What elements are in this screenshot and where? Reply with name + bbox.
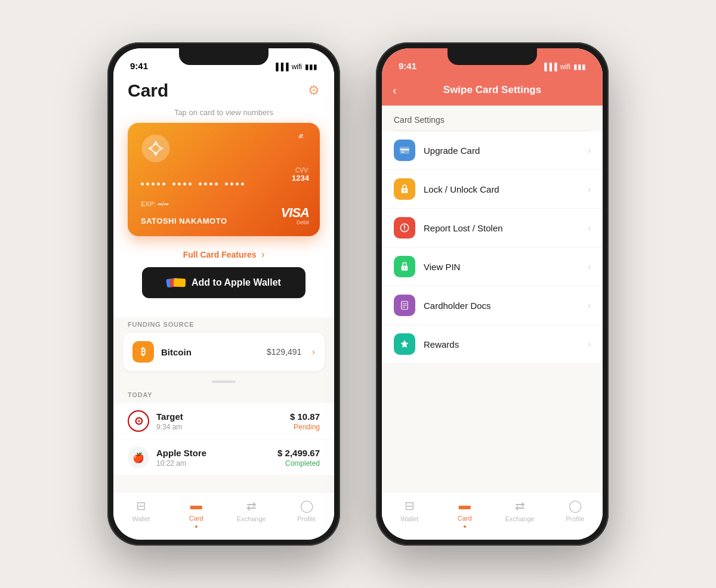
card-cvv: CVV: 1234: [292, 167, 309, 182]
nav-item-card-2[interactable]: ▬ Card: [447, 499, 483, 528]
back-button[interactable]: ‹: [393, 83, 397, 97]
full-card-features-link[interactable]: Full Card Features: [183, 250, 257, 259]
status-badge: Pending: [290, 423, 320, 431]
nav-item-profile-2[interactable]: ◯ Profile: [557, 499, 593, 522]
exchange-nav-label: Exchange: [237, 515, 266, 522]
nav-item-wallet[interactable]: ⊟ Wallet: [123, 499, 159, 522]
exchange-nav-icon: ⇄: [246, 499, 257, 513]
exchange-nav-icon-2: ⇄: [515, 499, 525, 513]
wallet-nav-label: Wallet: [132, 515, 150, 522]
target-icon: ⊙: [128, 410, 149, 432]
apple-icon: 🍎: [128, 447, 149, 468]
empty-space: [382, 364, 603, 492]
list-item[interactable]: Rewards ›: [382, 325, 603, 364]
svg-rect-2: [400, 149, 409, 150]
tx-info: Target 9:34 am: [156, 411, 283, 431]
tx-time: 10:22 am: [156, 459, 270, 468]
svg-point-7: [404, 229, 405, 230]
nav-item-profile[interactable]: ◯ Profile: [289, 499, 325, 522]
wifi-icon-2: wifi: [560, 63, 570, 71]
nav-item-exchange[interactable]: ⇄ Exchange: [233, 499, 269, 522]
signal-icon-2: ▐▐▐: [542, 63, 557, 71]
report-lost-chevron-icon: ›: [588, 223, 591, 233]
card-dots-3: [199, 182, 218, 185]
card-nav-icon: ▬: [190, 499, 202, 512]
list-item[interactable]: Upgrade Card ›: [382, 131, 603, 170]
rewards-icon: [394, 333, 415, 355]
funding-row[interactable]: ₿ Bitcoin $129,491 ›: [123, 333, 325, 371]
status-time: 9:41: [130, 61, 148, 71]
contactless-icon: [296, 131, 309, 147]
status-time-2: 9:41: [399, 61, 416, 71]
today-label: TODAY: [113, 388, 334, 403]
list-item[interactable]: Report Lost / Stolen ›: [382, 209, 603, 247]
apple-wallet-label: Add to Apple Wallet: [192, 277, 281, 288]
wifi-icon: wifi: [292, 63, 302, 71]
tx-name: Apple Store: [156, 448, 270, 458]
table-row[interactable]: ⊙ Target 9:34 am $ 10.87 Pending: [113, 403, 334, 439]
table-row[interactable]: 🍎 Apple Store 10:22 am $ 2,499.67 Comple…: [113, 440, 334, 475]
tx-amount-col: $ 2,499.67 Completed: [277, 448, 320, 468]
report-lost-label: Report Lost / Stolen: [424, 223, 579, 233]
phone2: 9:41 ▐▐▐ wifi ▮▮▮ ‹ Swipe Card Settings …: [376, 42, 609, 546]
card-header: Card ⚙: [113, 75, 334, 106]
active-indicator: [195, 525, 197, 528]
card-dots-1: [141, 182, 165, 185]
exchange-nav-label-2: Exchange: [505, 515, 535, 522]
card-logo: [141, 134, 171, 163]
btc-icon: ₿: [132, 341, 154, 363]
view-pin-label: View PIN: [424, 262, 579, 272]
cardholder-name: SATOSHI NAKAMOTO: [141, 216, 227, 225]
upgrade-card-chevron-icon: ›: [588, 146, 591, 155]
wallet-cards-icon: [166, 277, 186, 289]
card-dots-2: [172, 182, 192, 185]
nav-item-card[interactable]: ▬ Card: [178, 499, 214, 528]
lock-unlock-chevron-icon: ›: [588, 184, 591, 194]
status-icons: ▐▐▐ wifi ▮▮▮: [273, 63, 317, 71]
funding-amount: $129,491: [267, 347, 301, 357]
bottom-nav: ⊟ Wallet ▬ Card ⇄ Exchange ◯ Profile: [113, 492, 334, 540]
wallet-nav-icon-2: ⊟: [405, 499, 415, 513]
svg-point-5: [404, 190, 406, 191]
rewards-label: Rewards: [424, 339, 579, 349]
funding-name: Bitcoin: [161, 347, 260, 357]
active-indicator-2: [464, 525, 466, 528]
features-link[interactable]: Full Card Features ›: [113, 246, 334, 267]
profile-nav-icon-2: ◯: [569, 499, 582, 513]
scroll-indicator: [212, 380, 236, 383]
settings-section-label: Card Settings: [382, 106, 603, 131]
card-expiry: EXP: ••/••: [141, 200, 169, 208]
notch-2: [448, 48, 537, 65]
card-nav-label: Card: [189, 515, 203, 522]
tx-amount: $ 10.87: [290, 411, 320, 422]
scroll-area: FUNDING SOURCE ₿ Bitcoin $129,491 › TODA…: [113, 317, 334, 492]
lock-unlock-icon: [394, 178, 415, 200]
card-dots-4: [225, 182, 244, 185]
profile-nav-icon: ◯: [300, 499, 313, 513]
list-item[interactable]: Cardholder Docs ›: [382, 286, 603, 325]
tx-name: Target: [156, 411, 283, 422]
cvv-label: CVV:: [292, 167, 309, 174]
card-number: [141, 182, 244, 185]
phone1-screen: 9:41 ▐▐▐ wifi ▮▮▮ Card ⚙ Tap on card to …: [113, 48, 334, 540]
tx-info: Apple Store 10:22 am: [156, 448, 270, 468]
status-icons-2: ▐▐▐ wifi ▮▮▮: [542, 63, 586, 71]
nav-item-exchange-2[interactable]: ⇄ Exchange: [502, 499, 538, 522]
page-title-2: Swipe Card Settings: [443, 84, 541, 96]
list-item[interactable]: View PIN ›: [382, 247, 603, 286]
credit-card[interactable]: CVV: 1234: [128, 123, 320, 236]
wallet-nav-label-2: Wallet: [400, 515, 418, 522]
card-nav-label-2: Card: [458, 515, 472, 522]
card-brand: VISA Debit: [281, 205, 309, 225]
visa-text: VISA: [281, 205, 309, 221]
lock-unlock-label: Lock / Unlock Card: [424, 184, 579, 194]
status-badge: Completed: [277, 459, 320, 468]
list-item[interactable]: Lock / Unlock Card ›: [382, 170, 603, 209]
gear-icon[interactable]: ⚙: [308, 83, 320, 98]
report-lost-icon: [394, 217, 415, 239]
cvv-value: 1234: [292, 174, 309, 182]
add-to-apple-wallet-button[interactable]: Add to Apple Wallet: [142, 267, 305, 298]
view-pin-icon: [394, 256, 415, 277]
nav-item-wallet-2[interactable]: ⊟ Wallet: [391, 499, 427, 522]
battery-icon: ▮▮▮: [305, 63, 317, 71]
